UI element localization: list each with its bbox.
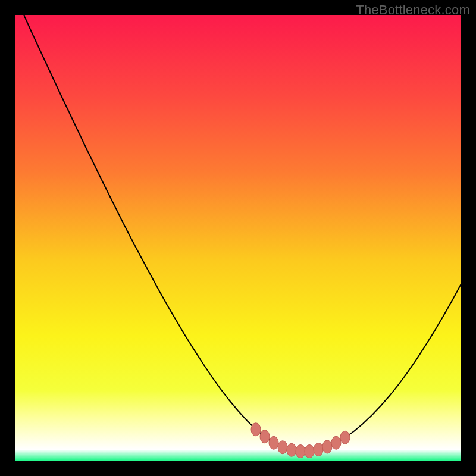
plot-area <box>15 15 461 461</box>
curve-marker <box>314 443 323 456</box>
chart-svg <box>15 15 461 461</box>
curve-marker <box>322 440 332 453</box>
gradient-background <box>15 15 461 461</box>
curve-marker <box>287 443 296 456</box>
curve-marker <box>251 423 261 436</box>
curve-marker <box>296 445 305 458</box>
curve-marker <box>331 436 341 449</box>
curve-marker <box>340 431 350 444</box>
curve-marker <box>278 441 287 454</box>
curve-marker <box>305 445 314 458</box>
attribution-watermark: TheBottleneck.com <box>356 2 470 18</box>
curve-marker <box>269 436 278 449</box>
curve-marker <box>260 430 270 443</box>
chart-frame: TheBottleneck.com <box>0 0 476 476</box>
